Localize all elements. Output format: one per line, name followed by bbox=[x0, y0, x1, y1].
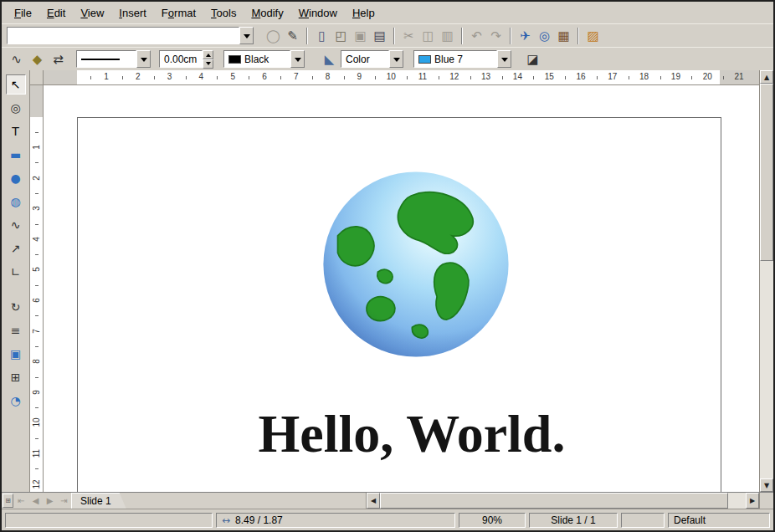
horizontal-scroll-thumb[interactable] bbox=[380, 493, 728, 509]
status-page-style-cell[interactable]: Default bbox=[668, 513, 770, 528]
line-style-sample bbox=[81, 59, 120, 60]
vertical-scroll-trough[interactable] bbox=[760, 261, 773, 478]
ruler-number: 21 bbox=[734, 72, 743, 81]
menu-edit[interactable]: Edit bbox=[39, 3, 73, 23]
toolbar-separator bbox=[461, 28, 463, 44]
menu-insert[interactable]: Insert bbox=[111, 3, 154, 23]
ruler-number: 6 bbox=[32, 294, 41, 307]
cut-icon: ✂ bbox=[399, 26, 418, 45]
ruler-number: 12 bbox=[449, 72, 459, 81]
view-split-handle[interactable]: ⊞ bbox=[3, 494, 13, 508]
line-width-decrease-icon[interactable] bbox=[203, 59, 213, 69]
zoom-tool[interactable]: ◎ bbox=[6, 98, 26, 118]
navigator-icon[interactable]: ✈ bbox=[516, 26, 535, 45]
paste-icon: ▥ bbox=[438, 26, 457, 45]
ruler-number: 9 bbox=[357, 72, 362, 81]
fill-style-label[interactable]: Color bbox=[341, 50, 389, 68]
text-tool[interactable]: T bbox=[6, 121, 26, 141]
ruler-number: 4 bbox=[199, 72, 204, 81]
horizontal-scroll-trough[interactable] bbox=[728, 493, 746, 509]
ruler-number: 3 bbox=[167, 72, 172, 81]
globe-graphic[interactable] bbox=[321, 169, 511, 360]
alignment-tool[interactable]: ≡ bbox=[6, 320, 26, 340]
fill-color-combo[interactable]: Blue 7 bbox=[413, 50, 511, 68]
insert-graphics-icon[interactable]: ▨ bbox=[583, 26, 603, 45]
line-style-dropdown-icon[interactable] bbox=[136, 50, 151, 68]
insert-tool[interactable]: ⊞ bbox=[6, 367, 26, 387]
new-document-icon[interactable]: ▯ bbox=[312, 26, 331, 45]
stop-loading-icon: ◯ bbox=[264, 26, 283, 45]
rectangle-tool[interactable]: ▬ bbox=[6, 145, 26, 165]
line-ends-icon[interactable]: ⇄ bbox=[49, 49, 68, 69]
objects-3d-tool[interactable]: ◍ bbox=[6, 192, 26, 212]
arrange-tool[interactable]: ▣ bbox=[6, 344, 26, 364]
scroll-up-icon[interactable]: ▲ bbox=[760, 70, 773, 84]
function-toolbar: ◯✎▯◰▣▤✂◫▥↶↷✈◎▦▨ bbox=[2, 23, 773, 47]
rotate-tool[interactable]: ↻ bbox=[6, 297, 26, 317]
scroll-down-icon[interactable]: ▼ bbox=[760, 478, 773, 492]
horizontal-scrollbar[interactable]: ◀ ▶ bbox=[366, 493, 759, 509]
line-width-increase-icon[interactable] bbox=[203, 50, 213, 59]
ellipse-tool[interactable]: ● bbox=[6, 168, 26, 188]
ruler-number: 6 bbox=[262, 72, 267, 81]
open-document-icon[interactable]: ◰ bbox=[331, 26, 351, 45]
vertical-scroll-thumb[interactable] bbox=[760, 84, 773, 261]
zoom-icon[interactable]: ◎ bbox=[535, 26, 554, 45]
url-input[interactable] bbox=[7, 27, 239, 44]
object-toolbar: ∿ ◆ ⇄ 0.00cm Black ◣ Color bbox=[2, 47, 773, 70]
connector-tool[interactable]: ∟ bbox=[6, 262, 26, 282]
line-color-combo[interactable]: Black bbox=[223, 50, 305, 68]
line-color-dropdown-icon[interactable] bbox=[290, 50, 305, 68]
menu-modify[interactable]: Modify bbox=[244, 3, 290, 23]
menu-view[interactable]: View bbox=[73, 3, 111, 23]
ruler-number: 12 bbox=[32, 478, 41, 490]
ruler-number: 2 bbox=[32, 171, 41, 184]
url-combo[interactable] bbox=[7, 27, 254, 44]
toolbar-separator bbox=[577, 28, 579, 44]
menu-format[interactable]: Format bbox=[154, 3, 203, 23]
function-bar-icons: ◯✎▯◰▣▤✂◫▥↶↷✈◎▦▨ bbox=[264, 26, 603, 45]
resize-corner bbox=[759, 493, 773, 509]
shadow-icon[interactable]: ◪ bbox=[523, 49, 542, 69]
vertical-ruler[interactable]: 123456789101112 bbox=[30, 85, 44, 492]
vertical-scrollbar[interactable]: ▲ ▼ bbox=[759, 70, 773, 492]
fill-color-label: Blue 7 bbox=[434, 54, 463, 65]
fill-color-dropdown-icon[interactable] bbox=[497, 50, 511, 68]
ruler-number: 13 bbox=[481, 72, 490, 81]
ruler-number: 9 bbox=[32, 386, 41, 398]
save-document-icon: ▣ bbox=[351, 26, 370, 45]
effects-tool[interactable]: ◔ bbox=[6, 391, 26, 411]
print-icon[interactable]: ▤ bbox=[370, 26, 389, 45]
edit-points-icon[interactable]: ∿ bbox=[7, 49, 26, 69]
slide-tab[interactable]: Slide 1 bbox=[71, 493, 126, 509]
toolbar-separator bbox=[306, 28, 308, 44]
edit-file-icon[interactable]: ✎ bbox=[283, 26, 302, 45]
glue-points-icon[interactable]: ◆ bbox=[28, 49, 47, 69]
drawing-canvas[interactable]: Hello, World. bbox=[44, 85, 759, 492]
line-width-value[interactable]: 0.00cm bbox=[159, 50, 203, 68]
line-width-spinner[interactable]: 0.00cm bbox=[159, 50, 213, 68]
horizontal-ruler[interactable]: 123456789101112131415161718192021 bbox=[44, 70, 759, 85]
ruler-number: 1 bbox=[32, 141, 41, 154]
menu-help[interactable]: Help bbox=[345, 3, 382, 23]
menu-window[interactable]: Window bbox=[291, 3, 345, 23]
curve-tool[interactable]: ∿ bbox=[6, 215, 26, 235]
slide-title-text[interactable]: Hello, World. bbox=[77, 403, 747, 465]
status-zoom-cell[interactable]: 90% bbox=[459, 513, 526, 528]
ruler-number: 11 bbox=[32, 448, 41, 460]
ruler-number: 8 bbox=[326, 72, 331, 81]
menu-file[interactable]: File bbox=[7, 3, 39, 23]
menu-tools[interactable]: Tools bbox=[203, 3, 244, 23]
fill-color-swatch bbox=[418, 55, 431, 64]
status-blank-cell bbox=[5, 513, 213, 528]
fill-style-combo[interactable]: Color bbox=[341, 50, 403, 68]
select-tool[interactable]: ↖ bbox=[6, 74, 26, 95]
url-combo-dropdown-icon[interactable] bbox=[239, 27, 254, 44]
fill-style-dropdown-icon[interactable] bbox=[389, 50, 403, 68]
scroll-right-icon[interactable]: ▶ bbox=[746, 493, 759, 509]
scroll-left-icon[interactable]: ◀ bbox=[367, 493, 380, 509]
line-style-combo[interactable] bbox=[76, 50, 151, 68]
lines-arrows-tool[interactable]: ↗ bbox=[6, 238, 26, 258]
gallery-icon[interactable]: ▦ bbox=[554, 26, 573, 45]
fill-style-icon: ◣ bbox=[320, 49, 339, 69]
